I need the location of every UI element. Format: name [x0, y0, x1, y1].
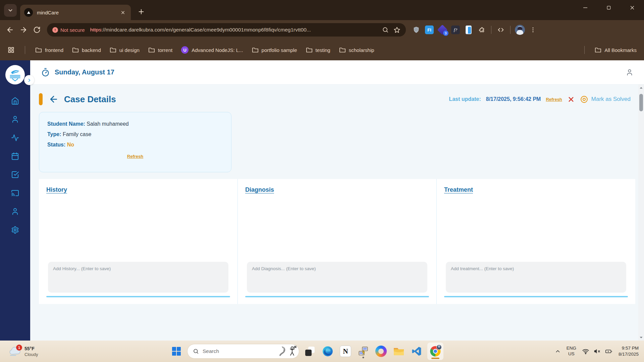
warning-icon — [52, 27, 58, 33]
bookmark-testing[interactable]: testing — [306, 47, 330, 53]
fq-extension-icon[interactable]: f? — [450, 25, 461, 35]
shield-extension-icon[interactable] — [411, 25, 421, 35]
page-header: Sunday, August 17 — [30, 60, 644, 84]
zoom-page-icon[interactable] — [382, 26, 389, 34]
window-minimize-button[interactable] — [580, 3, 590, 13]
diamond-extension-icon[interactable]: 9 — [437, 25, 447, 35]
browser-menu-icon[interactable] — [528, 25, 538, 35]
extension-count-badge: 9 — [443, 31, 448, 36]
apps-grid-icon[interactable] — [7, 46, 15, 54]
status-label: Status: — [47, 142, 65, 147]
case-type-row: Type: Family case — [47, 131, 223, 137]
extensions-puzzle-icon[interactable] — [477, 25, 487, 35]
system-tray[interactable] — [582, 348, 613, 355]
case-type-value: Family case — [61, 131, 91, 137]
browser-tab-mindcare[interactable]: mindCare — [20, 5, 131, 20]
scrollbar-thumb[interactable] — [639, 94, 643, 111]
bookmark-torrent[interactable]: torrent — [148, 47, 172, 53]
reload-button[interactable] — [31, 24, 43, 36]
folder-icon — [35, 47, 42, 53]
site-favicon-icon — [24, 8, 33, 17]
bookmark-portfolio-sample[interactable]: portfolio sample — [252, 47, 297, 53]
sidebar-item-students[interactable] — [11, 115, 19, 124]
bookmark-ui-design[interactable]: ui design — [110, 47, 140, 53]
bookmark-backend[interactable]: backend — [72, 47, 101, 53]
card-refresh-row: Refresh — [47, 153, 223, 159]
taskbar-notion[interactable]: N — [338, 344, 353, 359]
weather-widget[interactable]: 1 55°F Cloudy — [5, 344, 41, 359]
sidebar-item-profile[interactable] — [11, 207, 19, 216]
bookmark-label: portfolio sample — [262, 47, 297, 53]
back-button[interactable] — [4, 24, 16, 36]
taskbar-edge[interactable] — [321, 344, 335, 359]
history-input[interactable] — [48, 262, 228, 293]
profile-icon[interactable] — [625, 67, 635, 77]
bookmark-frontend[interactable]: frontend — [35, 47, 63, 53]
windows-taskbar: 1 55°F Cloudy Search — [0, 341, 644, 362]
folder-icon — [148, 47, 155, 53]
status-row: Status: No — [47, 142, 223, 148]
phone-extension-icon[interactable] — [464, 25, 474, 35]
treatment-title[interactable]: Treatment — [444, 186, 473, 193]
taskbar-chrome-active[interactable] — [427, 343, 443, 360]
page-title: Case Details — [64, 94, 116, 105]
taskbar-search[interactable]: Search — [187, 344, 299, 359]
bookmark-label: ui design — [119, 47, 140, 53]
tab-search-button[interactable] — [4, 4, 17, 17]
clock-date: 8/17/2025 — [619, 351, 639, 357]
wifi-icon — [582, 348, 589, 355]
last-update-value: 8/17/2025, 9:56:42 PM — [486, 96, 541, 102]
not-secure-badge[interactable]: Not secure — [52, 27, 85, 33]
taskbar-copilot[interactable] — [374, 344, 388, 359]
task-view-button[interactable] — [303, 344, 317, 359]
devtools-code-icon[interactable] — [496, 25, 506, 35]
taskbar-file-explorer[interactable] — [392, 344, 406, 359]
start-button[interactable] — [169, 344, 183, 359]
bookmark-star-icon[interactable] — [393, 26, 400, 34]
sidebar-expand-button[interactable] — [24, 75, 34, 85]
window-close-button[interactable] — [627, 3, 637, 13]
diagnosis-input[interactable] — [247, 262, 427, 293]
all-bookmarks-button[interactable]: All Bookmarks — [595, 47, 637, 53]
mark-as-solved-button[interactable]: Mark as Solved — [580, 95, 631, 104]
sidebar-item-cast[interactable] — [11, 189, 19, 197]
refresh-link[interactable]: Refresh — [546, 97, 562, 102]
folder-icon — [393, 346, 405, 357]
taskbar-center: Search — [169, 341, 443, 362]
bookmark-scholarship[interactable]: scholarship — [339, 47, 374, 53]
taskbar-vscode[interactable] — [410, 344, 424, 359]
window-maximize-button[interactable] — [604, 3, 614, 13]
sidebar-item-calendar[interactable] — [11, 152, 19, 161]
scroll-down-icon[interactable] — [638, 334, 644, 341]
new-tab-button[interactable] — [138, 8, 145, 15]
history-title[interactable]: History — [46, 186, 67, 193]
tab-close-icon[interactable] — [119, 8, 127, 16]
not-secure-label: Not secure — [60, 27, 85, 33]
scroll-up-icon[interactable] — [638, 84, 644, 91]
card-refresh-link[interactable]: Refresh — [127, 154, 143, 159]
browser-profile-avatar[interactable] — [515, 25, 525, 35]
clock-time: 9:57 PM — [619, 345, 639, 351]
fi-extension-icon[interactable]: FI — [424, 25, 434, 35]
bookmark-advanced-nodejs[interactable]: U Advanced NodeJS: L... — [181, 46, 243, 54]
taskbar-chevron-up[interactable] — [555, 348, 561, 354]
sidebar-item-home[interactable] — [11, 97, 19, 105]
language-switcher[interactable]: ENG US — [567, 346, 576, 357]
taskbar-clock[interactable]: 9:57 PM 8/17/2025 — [619, 345, 639, 357]
sidebar-item-settings[interactable] — [11, 226, 19, 234]
page-scrollbar[interactable] — [638, 84, 644, 341]
address-bar[interactable]: Not secure https://mindcare.darelkubra.c… — [47, 23, 406, 37]
sidebar-item-tasks[interactable] — [11, 170, 19, 179]
mindcare-logo[interactable] — [5, 65, 25, 84]
toolbar-divider — [491, 26, 491, 34]
sidebar-item-activity[interactable] — [11, 133, 19, 142]
cloud-icon: 1 — [8, 345, 21, 357]
taskbar-remote-tool[interactable] — [356, 344, 370, 359]
language-line1: ENG — [567, 346, 576, 351]
diagnosis-title[interactable]: Diagnosis — [245, 186, 274, 193]
treatment-input[interactable] — [446, 262, 626, 293]
browser-tabstrip: mindCare — [0, 0, 644, 20]
close-case-icon[interactable] — [567, 96, 575, 103]
back-arrow-button[interactable] — [49, 94, 59, 104]
forward-button[interactable] — [17, 24, 30, 36]
